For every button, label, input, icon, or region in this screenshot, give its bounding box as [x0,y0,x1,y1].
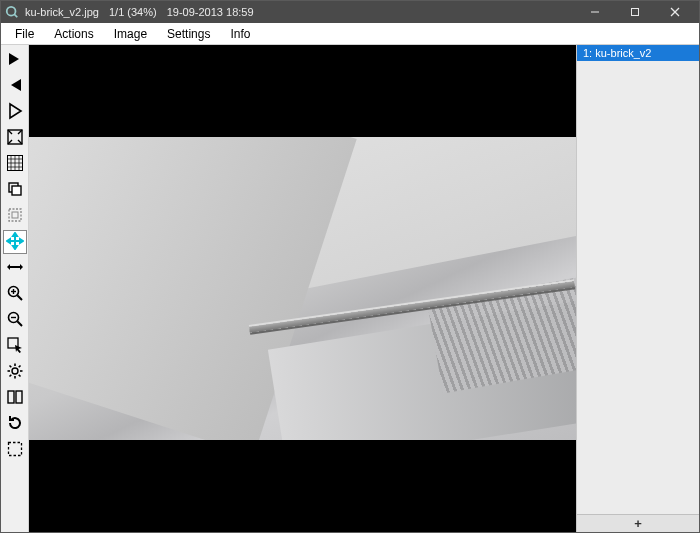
svg-line-34 [9,365,11,367]
file-list[interactable]: 1: ku-brick_v2 [577,45,699,514]
fit-icon [6,128,24,149]
svg-rect-16 [9,209,21,221]
body-area: 1: ku-brick_v2 + [1,45,699,532]
menu-file[interactable]: File [5,25,44,43]
title-datetime: 19-09-2013 18:59 [167,6,254,18]
tool-next-image[interactable] [3,48,27,72]
zoom-out-icon [6,310,24,331]
app-window: ku-brick_v2.jpg 1/1 (34%) 19-09-2013 18:… [0,0,700,533]
tool-prev-image[interactable] [3,74,27,98]
title-position: 1/1 (34%) [109,6,157,18]
tool-pointer[interactable] [3,334,27,358]
svg-line-37 [18,365,20,367]
minimize-button[interactable] [575,1,615,23]
file-list-item[interactable]: 1: ku-brick_v2 [577,45,699,61]
window-controls [575,1,695,23]
titlebar: ku-brick_v2.jpg 1/1 (34%) 19-09-2013 18:… [1,1,699,23]
tool-select[interactable] [3,438,27,462]
svg-line-36 [9,374,11,376]
svg-rect-17 [12,212,18,218]
tool-stretch[interactable] [3,256,27,280]
menubar: File Actions Image Settings Info [1,23,699,45]
close-button[interactable] [655,1,695,23]
tool-zoom-in[interactable] [3,282,27,306]
svg-rect-39 [16,391,22,403]
move-icon [6,232,24,253]
svg-line-1 [14,14,17,17]
rotate-icon [6,414,24,435]
arrow-right-icon [6,50,24,71]
pointer-icon [6,336,24,357]
maximize-button[interactable] [615,1,655,23]
tool-zoom-out[interactable] [3,308,27,332]
menu-info[interactable]: Info [220,25,260,43]
svg-rect-40 [8,442,21,455]
select-icon [6,440,24,461]
zoom-in-icon [6,284,24,305]
crop-icon [6,206,24,227]
tool-rotate[interactable] [3,412,27,436]
play-icon [6,102,24,123]
svg-line-35 [18,374,20,376]
maximize-icon [630,7,640,17]
app-icon [5,5,19,19]
tool-play-slideshow[interactable] [3,100,27,124]
gear-icon [6,362,24,383]
stretch-icon [6,258,24,279]
toolbar [1,45,29,532]
tool-crop[interactable] [3,204,27,228]
tool-grid-view[interactable] [3,152,27,176]
grid-icon [6,154,24,175]
tool-copy[interactable] [3,178,27,202]
side-panel: 1: ku-brick_v2 + [577,45,699,532]
copy-icon [6,180,24,201]
svg-rect-15 [12,186,21,195]
add-button[interactable]: + [577,514,699,532]
tool-compare[interactable] [3,386,27,410]
tool-settings-gear[interactable] [3,360,27,384]
close-icon [670,7,680,17]
displayed-image [29,137,576,440]
svg-rect-38 [8,391,14,403]
image-canvas[interactable] [29,45,577,532]
arrow-left-icon [6,76,24,97]
svg-line-22 [17,295,22,300]
svg-line-26 [17,321,22,326]
menu-settings[interactable]: Settings [157,25,220,43]
menu-image[interactable]: Image [104,25,157,43]
svg-rect-3 [632,9,639,16]
compare-icon [6,388,24,409]
title-filename: ku-brick_v2.jpg [25,6,99,18]
svg-point-29 [12,368,18,374]
tool-move[interactable] [3,230,27,254]
minimize-icon [590,7,600,17]
tool-fit-screen[interactable] [3,126,27,150]
menu-actions[interactable]: Actions [44,25,103,43]
